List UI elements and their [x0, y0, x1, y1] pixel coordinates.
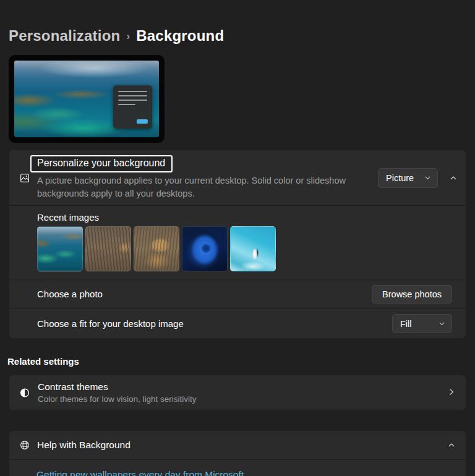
choose-fit-row: Choose a fit for your desktop image Fill: [9, 309, 466, 338]
settings-background-page: Personalization › Background: [0, 0, 475, 476]
breadcrumb-separator-icon: ›: [126, 29, 130, 43]
preview-text-line: [118, 95, 147, 96]
preview-text-line: [118, 91, 147, 92]
background-type-value: Picture: [386, 173, 414, 183]
chevron-up-icon[interactable]: [450, 174, 457, 182]
background-preview-monitor: [9, 55, 165, 143]
recent-image-thumbnail[interactable]: [134, 226, 179, 271]
background-preview-image: [14, 61, 159, 137]
personalize-background-title: Personalize your background: [37, 158, 165, 168]
keyboard-focus-rect: Personalize your background: [30, 155, 173, 172]
picture-icon: [20, 173, 30, 183]
contrast-themes-text: Contrast themes Color themes for low vis…: [38, 381, 448, 404]
related-settings-header: Related settings: [7, 356, 466, 367]
page-title: Background: [136, 27, 224, 45]
recent-image-thumbnail[interactable]: [85, 226, 131, 271]
chevron-right-icon: [448, 388, 455, 398]
recent-images-list: [37, 226, 455, 271]
help-with-background-expander[interactable]: Help with Background: [9, 431, 466, 459]
recent-image-thumbnail[interactable]: [230, 226, 276, 271]
recent-image-thumbnail[interactable]: [182, 226, 228, 271]
breadcrumb: Personalization › Background: [9, 0, 466, 45]
help-with-background-title: Help with Background: [37, 440, 448, 451]
browse-photos-button[interactable]: Browse photos: [372, 285, 452, 304]
help-with-background-card: Help with Background Getting new wallpap…: [9, 430, 466, 476]
chevron-up-icon[interactable]: [448, 441, 455, 449]
fit-dropdown[interactable]: Fill: [392, 314, 452, 333]
contrast-icon: [20, 388, 30, 397]
chevron-down-icon: [439, 320, 445, 327]
choose-photo-row: Choose a photo Browse photos: [9, 279, 466, 308]
preview-text-line: [118, 104, 135, 105]
personalize-header-text: Personalize your background A picture ba…: [37, 155, 368, 200]
recent-image-thumbnail[interactable]: [37, 226, 83, 271]
personalize-background-card: Personalize your background A picture ba…: [9, 150, 466, 339]
contrast-themes-card[interactable]: Contrast themes Color themes for low vis…: [9, 375, 466, 410]
preview-settings-window: [113, 85, 152, 129]
personalize-background-expander[interactable]: Personalize your background A picture ba…: [9, 150, 466, 205]
globe-icon: [20, 440, 30, 450]
contrast-themes-subtitle: Color themes for low vision, light sensi…: [38, 394, 448, 404]
choose-fit-label: Choose a fit for your desktop image: [37, 318, 184, 329]
breadcrumb-personalization[interactable]: Personalization: [9, 27, 120, 45]
chevron-down-icon: [424, 174, 431, 181]
recent-images-section: Recent images: [9, 206, 466, 279]
help-link-getting-new-wallpapers[interactable]: Getting new wallpapers every day from Mi…: [36, 469, 244, 476]
personalize-background-description: A picture background applies to your cur…: [37, 174, 368, 200]
preview-accent-button: [137, 119, 148, 124]
fit-value: Fill: [400, 319, 412, 329]
preview-text-line: [118, 100, 147, 101]
background-type-dropdown[interactable]: Picture: [378, 168, 438, 188]
recent-images-label: Recent images: [37, 212, 455, 223]
help-links-section: Getting new wallpapers every day from Mi…: [9, 460, 466, 476]
contrast-themes-title: Contrast themes: [38, 381, 448, 393]
choose-photo-label: Choose a photo: [37, 289, 103, 299]
